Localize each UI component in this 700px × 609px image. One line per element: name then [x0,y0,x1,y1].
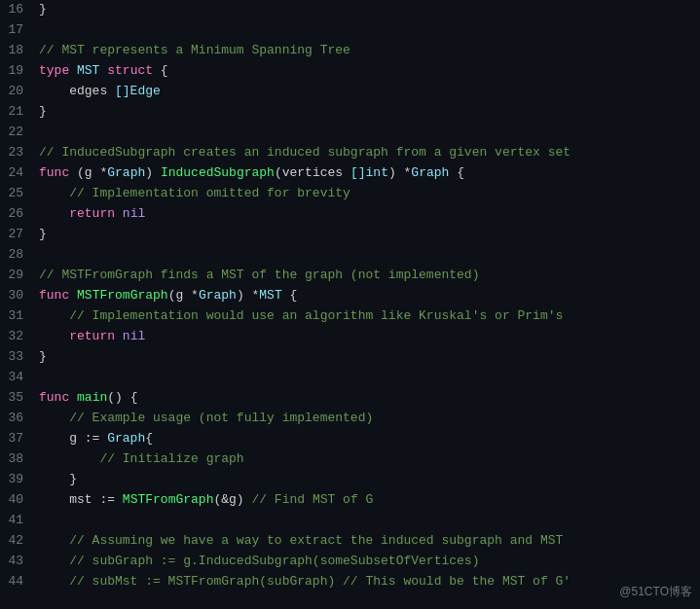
table-row: 18// MST represents a Minimum Spanning T… [0,41,700,61]
line-content: return nil [39,327,692,347]
line-content [39,123,692,143]
table-row: 28 [0,245,700,266]
line-content [39,20,692,41]
line-content: // MST represents a Minimum Spanning Tre… [39,41,692,61]
line-number: 28 [8,245,39,266]
line-number: 38 [8,449,39,470]
line-content: mst := MSTFromGraph(&g) // Find MST of G [39,490,692,511]
line-number: 42 [8,531,39,552]
line-content: } [39,225,692,245]
code-lines: 16}17 18// MST represents a Minimum Span… [0,0,700,592]
table-row: 30func MSTFromGraph(g *Graph) *MST { [0,286,700,306]
line-number: 39 [8,470,39,490]
line-content: // Implementation omitted for brevity [39,184,692,204]
line-content: // InducedSubgraph creates an induced su… [39,143,692,163]
line-number: 33 [8,347,39,368]
line-content: // Implementation would use an algorithm… [39,306,692,327]
watermark: @51CTO博客 [619,583,692,601]
line-content: func main() { [39,388,692,409]
table-row: 42 // Assuming we have a way to extract … [0,531,700,552]
line-content: } [39,347,692,368]
table-row: 16} [0,0,700,20]
line-content: func (g *Graph) InducedSubgraph(vertices… [39,163,692,184]
table-row: 38 // Initialize graph [0,449,700,470]
line-content [39,245,692,266]
table-row: 22 [0,123,700,143]
line-content [39,368,692,388]
line-content: // subGraph := g.InducedSubgraph(someSub… [39,552,692,572]
line-content: } [39,0,692,20]
table-row: 40 mst := MSTFromGraph(&g) // Find MST o… [0,490,700,511]
line-content: } [39,102,692,123]
line-number: 41 [8,511,39,531]
line-number: 17 [8,20,39,41]
line-number: 24 [8,163,39,184]
code-editor: 16}17 18// MST represents a Minimum Span… [0,0,700,609]
table-row: 19type MST struct { [0,61,700,82]
line-content: edges []Edge [39,82,692,102]
table-row: 29// MSTFromGraph finds a MST of the gra… [0,266,700,286]
table-row: 25 // Implementation omitted for brevity [0,184,700,204]
line-number: 40 [8,490,39,511]
line-number: 44 [8,572,39,592]
line-number: 32 [8,327,39,347]
table-row: 27} [0,225,700,245]
line-content: // subMst := MSTFromGraph(subGraph) // T… [39,572,692,592]
line-number: 20 [8,82,39,102]
line-number: 35 [8,388,39,409]
line-number: 36 [8,409,39,429]
line-content: g := Graph{ [39,429,692,449]
line-number: 37 [8,429,39,449]
table-row: 37 g := Graph{ [0,429,700,449]
line-number: 21 [8,102,39,123]
table-row: 33} [0,347,700,368]
table-row: 32 return nil [0,327,700,347]
table-row: 24func (g *Graph) InducedSubgraph(vertic… [0,163,700,184]
table-row: 41 [0,511,700,531]
line-content [39,511,692,531]
line-number: 34 [8,368,39,388]
table-row: 20 edges []Edge [0,82,700,102]
line-number: 29 [8,266,39,286]
line-number: 43 [8,552,39,572]
table-row: 44 // subMst := MSTFromGraph(subGraph) /… [0,572,700,592]
line-number: 27 [8,225,39,245]
line-content: type MST struct { [39,61,692,82]
line-number: 30 [8,286,39,306]
table-row: 36 // Example usage (not fully implement… [0,409,700,429]
table-row: 43 // subGraph := g.InducedSubgraph(some… [0,552,700,572]
line-number: 26 [8,204,39,225]
line-number: 22 [8,123,39,143]
table-row: 21} [0,102,700,123]
line-content: // Example usage (not fully implemented) [39,409,692,429]
table-row: 23// InducedSubgraph creates an induced … [0,143,700,163]
line-number: 18 [8,41,39,61]
line-content: // Assuming we have a way to extract the… [39,531,692,552]
table-row: 35func main() { [0,388,700,409]
line-number: 31 [8,306,39,327]
line-number: 19 [8,61,39,82]
line-number: 23 [8,143,39,163]
line-number: 25 [8,184,39,204]
line-content: return nil [39,204,692,225]
line-number: 16 [8,0,39,20]
table-row: 26 return nil [0,204,700,225]
line-content: // Initialize graph [39,449,692,470]
table-row: 34 [0,368,700,388]
line-content: func MSTFromGraph(g *Graph) *MST { [39,286,692,306]
table-row: 17 [0,20,700,41]
table-row: 31 // Implementation would use an algori… [0,306,700,327]
line-content: } [39,470,692,490]
line-content: // MSTFromGraph finds a MST of the graph… [39,266,692,286]
table-row: 39 } [0,470,700,490]
